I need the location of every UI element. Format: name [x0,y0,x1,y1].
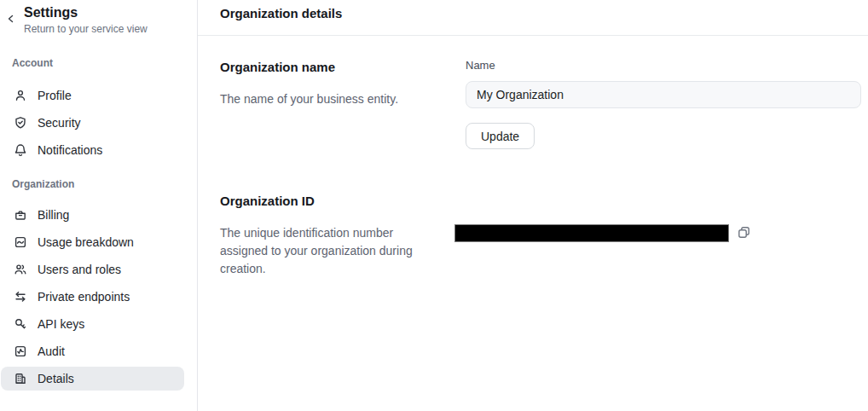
organization-id-heading: Organization ID [220,193,433,209]
sidebar-item-usage-breakdown[interactable]: Usage breakdown [1,230,184,254]
content-area: Organization name The name of your busin… [198,59,868,278]
section-label-account: Account [0,57,197,70]
main-panel: Organization details Organization name T… [198,0,868,411]
user-icon [14,89,27,102]
chevron-left-icon [6,14,16,26]
organization-id-value-col [454,193,861,278]
billing-icon [14,208,27,222]
sidebar-item-label: Billing [38,208,69,222]
main-header: Organization details [198,0,868,36]
name-field-label: Name [466,59,861,72]
sidebar-item-label: API keys [38,317,84,331]
organization-name-section: Organization name The name of your busin… [220,59,861,149]
name-input[interactable] [466,81,861,108]
sidebar-item-private-endpoints[interactable]: Private endpoints [1,285,184,309]
sidebar-item-security[interactable]: Security [1,111,184,135]
sidebar-item-label: Audit [38,344,65,358]
organization-name-description: The name of your business entity. [220,90,466,108]
bell-icon [14,143,27,157]
sidebar-item-label: Details [38,372,74,385]
sidebar-item-users-and-roles[interactable]: Users and roles [1,258,184,281]
copy-button[interactable] [736,226,751,241]
sidebar-subtitle: Return to your service view [24,22,197,36]
key-icon [14,317,27,331]
sidebar-item-billing[interactable]: Billing [1,203,184,227]
sidebar-item-profile[interactable]: Profile [1,84,184,107]
sidebar-item-audit[interactable]: Audit [1,339,184,363]
sidebar-item-label: Notifications [38,143,102,157]
users-icon [14,263,27,276]
sidebar-item-label: Users and roles [38,263,121,276]
shield-check-icon [14,116,27,130]
sidebar-item-label: Security [38,116,81,130]
organization-id-redacted-value [454,224,729,242]
organization-name-form: Name Update [466,59,861,149]
settings-sidebar: Settings Return to your service view Acc… [0,0,198,411]
swap-arrows-icon [14,290,27,304]
organization-id-info: Organization ID The unique identificatio… [220,193,454,278]
sidebar-item-label: Usage breakdown [38,235,134,249]
sidebar-item-label: Profile [38,89,72,102]
organization-name-heading: Organization name [220,59,466,75]
sidebar-title: Settings [24,3,197,22]
page-title: Organization details [220,5,868,22]
copy-icon [737,225,751,242]
sidebar-item-label: Private endpoints [38,290,130,304]
organization-id-value-row [454,224,861,242]
back-button[interactable] [3,12,19,27]
organization-id-description: The unique identification number assigne… [220,224,433,278]
sidebar-item-api-keys[interactable]: API keys [1,312,184,336]
update-button[interactable]: Update [466,123,535,149]
sidebar-item-details[interactable]: Details [1,367,184,391]
building-icon [14,372,27,385]
section-label-organization: Organization [0,178,197,191]
usage-chart-icon [14,235,27,249]
sidebar-header: Settings Return to your service view [0,3,197,36]
organization-id-section: Organization ID The unique identificatio… [220,193,861,278]
organization-name-info: Organization name The name of your busin… [220,59,466,149]
sidebar-item-notifications[interactable]: Notifications [1,138,184,162]
audit-pulse-icon [14,344,27,358]
